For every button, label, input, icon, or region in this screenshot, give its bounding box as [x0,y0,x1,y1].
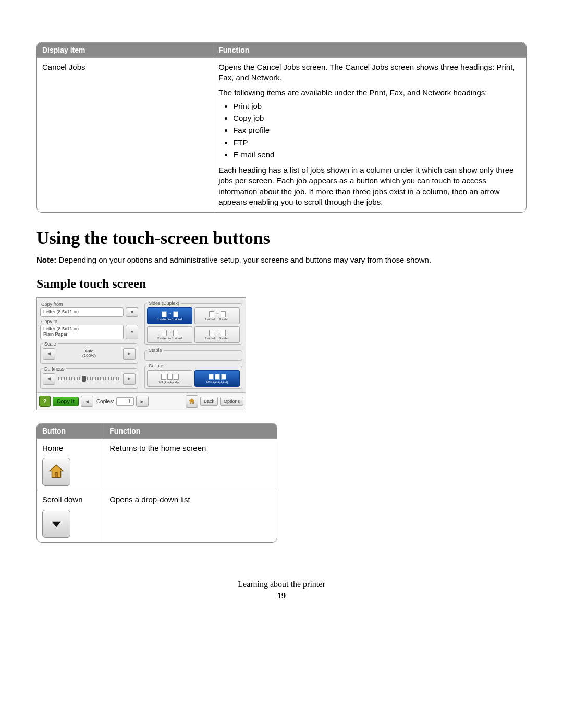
bullet-item: E-mail send [233,150,521,160]
table1-function-bullets: Print job Copy job Fax profile FTP E-mai… [218,101,521,160]
table2-header-function: Function [104,424,277,439]
table-row: Home Returns to the home screen [37,439,277,490]
table2-button-name: Scroll down [42,495,99,505]
sides-option[interactable]: →2 sided to 1 sided [147,326,192,343]
note-text: Depending on your options and administra… [56,255,431,264]
home-icon [42,458,70,486]
page-footer: Learning about the printer 19 [36,579,527,600]
bullet-item: Fax profile [233,125,521,135]
collate-option[interactable]: On (1,2,1,2,1,2) [194,370,240,387]
copy-to-label: Copy to [41,319,138,324]
chevron-down-icon[interactable]: ▾ [126,325,138,339]
table2-function: Opens a drop-down list [104,490,277,542]
bullet-item: Copy job [233,113,521,124]
footer-page-number: 19 [36,591,527,600]
copy-to-value[interactable]: Letter (8.5x11 in) Plain Paper [40,325,124,339]
table2-button-name: Home [42,443,99,453]
scale-label: Scale [43,341,58,347]
arrow-right-icon[interactable]: ► [123,348,136,360]
darkness-label: Darkness [43,366,66,372]
table-row: Scroll down Opens a drop-down list [37,490,277,542]
arrow-left-icon[interactable]: ◄ [81,396,93,407]
sides-label: Sides (Duplex) [147,301,181,306]
bullet-item: Print job [233,101,521,112]
sides-option[interactable]: →2 sided to 2 sided [194,326,240,343]
button-function-table: Button Function Home Returns to the home… [36,423,277,543]
table1-header-display-item: Display item [37,43,213,58]
staple-label: Staple [147,348,164,353]
table1-function-p3: Each heading has a list of jobs shown in… [218,165,521,207]
scroll-down-icon [42,510,70,538]
copies-label: Copies: [96,399,114,404]
copies-field[interactable]: 1 [116,397,134,406]
bullet-item: FTP [233,138,521,148]
home-icon[interactable] [186,395,198,408]
svg-rect-0 [55,473,57,478]
scale-value: Auto (100%) [57,349,121,359]
table2-function: Returns to the home screen [104,439,277,490]
sample-touch-screen-image: Copy from Letter (8.5x11 in) ▾ Copy to L… [36,297,527,410]
table1-cell-function: Opens the Cancel Jobs screen. The Cancel… [213,58,526,212]
footer-section-title: Learning about the printer [36,579,527,589]
chevron-down-icon[interactable]: ▾ [126,307,138,317]
darkness-slider[interactable] [58,377,120,380]
table1-cell-display-item: Cancel Jobs [37,58,213,212]
options-button[interactable]: Options [220,397,243,406]
sides-option[interactable]: →1 sided to 1 sided [147,307,192,324]
table1-function-p2: The following items are available under … [218,88,521,98]
table1-header-function: Function [213,43,526,58]
collate-option[interactable]: Off (1,1,1,2,2,2) [147,370,192,387]
table2-header-button: Button [37,424,104,439]
heading-sample-touch-screen: Sample touch screen [36,277,527,291]
help-icon[interactable]: ? [39,396,51,407]
table1-function-p1: Opens the Cancel Jobs screen. The Cancel… [218,62,521,83]
heading-using-touch-screen: Using the touch-screen buttons [36,228,527,248]
note-paragraph: Note: Depending on your options and admi… [36,255,527,264]
arrow-left-icon[interactable]: ◄ [43,373,55,385]
copy-it-button[interactable]: Copy It [53,397,79,406]
arrow-right-icon[interactable]: ► [136,396,149,407]
arrow-right-icon[interactable]: ► [123,373,136,385]
collate-label: Collate [147,363,165,368]
sides-option[interactable]: →1 sided to 2 sided [194,307,240,324]
copy-from-label: Copy from [41,302,138,307]
back-button[interactable]: Back [200,397,218,406]
copy-from-value[interactable]: Letter (8.5x11 in) [40,307,124,317]
note-label: Note: [36,255,56,264]
display-item-table: Display item Function Cancel Jobs Opens … [36,42,527,213]
arrow-left-icon[interactable]: ◄ [43,348,55,360]
